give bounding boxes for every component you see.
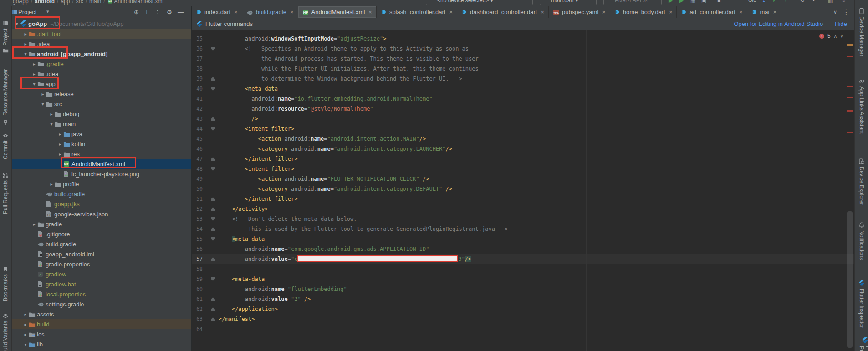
warning-stripe-mark[interactable]	[847, 44, 853, 46]
toolwindow-button-notifications[interactable]: Notifications	[858, 222, 865, 276]
toolwindow-button-build-variants[interactable]: Build Variants	[2, 303, 9, 351]
fold-marker-icon[interactable]	[211, 207, 215, 211]
tree-item-gradle-properties[interactable]: gradle.properties	[12, 259, 191, 269]
toolwindow-button-bookmarks[interactable]: Bookmarks	[2, 256, 9, 301]
line-number[interactable]: 50	[193, 184, 203, 194]
fold-marker-icon[interactable]	[211, 307, 215, 311]
toolwindow-button-resource-manager[interactable]: Resource Manager	[2, 57, 9, 116]
tree-item-gradlew[interactable]: >gradlew	[12, 269, 191, 279]
prev-error-icon[interactable]: ∧	[834, 34, 837, 39]
toolwindow-button-pull-requests[interactable]: Pull Requests	[2, 163, 9, 214]
code-line-63[interactable]: 63</manifest>	[192, 314, 854, 324]
tree-expand-icon[interactable]: ▾	[48, 122, 55, 127]
code-line-57[interactable]: 57 android:value="c3"/>	[192, 254, 854, 264]
code-line-39[interactable]: 39 to determine the Window background be…	[192, 74, 854, 84]
folder-sm-icon[interactable]	[3, 47, 9, 54]
tree-item-local-properties[interactable]: local.properties	[12, 289, 191, 299]
tab-options-kebab-icon[interactable]: ⋮	[842, 8, 850, 16]
code-editor[interactable]: 35 android:windowSoftInputMode="adjustRe…	[192, 30, 854, 351]
editor-scrollbar-thumb[interactable]	[847, 211, 853, 348]
tab-home-body-dart[interactable]: home_body.dart×	[610, 6, 677, 18]
tab-pubspec-yaml[interactable]: YMLpubspec.yaml×	[549, 6, 610, 18]
tree-expand-icon[interactable]: ▸	[22, 41, 29, 46]
tree-item-ic-launcher-playstore-png[interactable]: ic_launcher-playstore.png	[12, 169, 191, 179]
tree-item--gradle[interactable]: ▸.gradle	[12, 59, 191, 69]
close-tab-icon[interactable]: ×	[601, 9, 606, 15]
line-number[interactable]: 35	[193, 34, 203, 44]
close-tab-icon[interactable]: ×	[540, 9, 544, 15]
tree-expand-icon[interactable]: ▸	[57, 132, 63, 137]
toolwindow-button-commit[interactable]: Commit	[2, 127, 9, 159]
line-number[interactable]: 64	[193, 324, 203, 334]
code-line-59[interactable]: 59 <meta-data	[192, 274, 854, 284]
error-stripe[interactable]	[846, 30, 854, 351]
tab-ad-controller-dart[interactable]: ad_controller.dart×	[677, 6, 747, 18]
device-mirror-icon[interactable]: ▥	[828, 0, 833, 4]
code-line-58[interactable]: 58	[192, 264, 854, 274]
fold-marker-icon[interactable]	[211, 47, 215, 51]
expand-all-icon[interactable]: ⌶	[145, 9, 148, 15]
collapse-all-icon[interactable]: ÷	[156, 9, 159, 15]
next-error-icon[interactable]: ∨	[840, 34, 843, 39]
locate-file-icon[interactable]: ⊕	[134, 9, 139, 15]
line-number[interactable]: 39	[193, 74, 203, 84]
tree-expand-icon[interactable]: ▾	[40, 102, 46, 107]
tree-expand-icon[interactable]: ▸	[31, 71, 37, 76]
fold-marker-icon[interactable]	[211, 317, 215, 321]
run-button[interactable]: ▶	[669, 0, 673, 4]
tree-expand-icon[interactable]: ▸	[40, 92, 46, 97]
line-number[interactable]: 55	[193, 234, 203, 244]
tree-expand-icon[interactable]: ▸	[57, 142, 63, 147]
breadcrumb-item-main[interactable]: main	[89, 0, 101, 5]
code-line-51[interactable]: 51 </intent-filter>	[192, 194, 854, 204]
close-tab-icon[interactable]: ×	[289, 9, 294, 15]
line-number[interactable]: 52	[193, 204, 203, 214]
line-number[interactable]: 51	[193, 194, 203, 204]
toolwindow-button-device-explorer[interactable]: Device Explorer	[858, 158, 865, 218]
code-line-41[interactable]: 41 android:name="io.flutter.embedding.an…	[192, 94, 854, 104]
line-number[interactable]: 37	[193, 54, 203, 64]
tree-item-ios[interactable]: ▸ios	[12, 329, 191, 339]
line-number[interactable]: 54	[193, 224, 203, 234]
tree-item-gradle[interactable]: ▸gradle	[12, 219, 191, 229]
line-number[interactable]: 63	[193, 314, 203, 324]
search-everywhere-icon[interactable]: ⌕	[842, 0, 846, 4]
tab-dashboard-controller-dart[interactable]: dashboard_controller.dart×	[457, 6, 549, 18]
tree-expand-icon[interactable]: ▾	[31, 81, 37, 86]
code-line-54[interactable]: 54 This is used by the Flutter tool to g…	[192, 224, 854, 234]
target-device-dropdown[interactable]: Pixel 4 API 34	[603, 0, 662, 5]
tree-item-res[interactable]: ▸res	[12, 149, 191, 159]
breadcrumb-item-src[interactable]: src	[76, 0, 83, 5]
toolwindow-button-flutter-performance[interactable]: Flutter Performance	[858, 337, 868, 351]
close-tab-icon[interactable]: ×	[668, 9, 673, 15]
git-commit-button[interactable]: ✓	[772, 0, 777, 4]
line-number[interactable]: 41	[193, 94, 203, 104]
debug-button[interactable]: ▶	[679, 0, 684, 4]
code-line-62[interactable]: 62 </application>	[192, 304, 854, 314]
code-line-53[interactable]: 53 <!-- Don't delete the meta-data below…	[192, 214, 854, 224]
inspections-widget[interactable]: ! 5 ∧ ∨	[819, 33, 843, 39]
tree-expand-icon[interactable]: ▸	[57, 152, 63, 157]
code-line-44[interactable]: 44 <intent-filter>	[192, 124, 854, 134]
tree-item-google-services-json[interactable]: {}google-services.json	[12, 209, 191, 219]
fold-marker-icon[interactable]	[211, 87, 215, 91]
tree-expand-icon[interactable]: ▸	[22, 312, 29, 317]
fold-marker-icon[interactable]	[211, 257, 215, 261]
tree-expand-icon[interactable]: ▸	[22, 332, 29, 337]
line-number[interactable]: 43	[193, 114, 203, 124]
tab-androidmanifest-xml[interactable]: MFAndroidManifest.xml×	[298, 6, 377, 18]
line-number[interactable]: 59	[193, 274, 203, 284]
code-line-61[interactable]: 61 android:value="2" />	[192, 294, 854, 304]
settings-gear-icon[interactable]: ⚙	[167, 9, 172, 15]
line-number[interactable]: 46	[193, 144, 203, 154]
tree-item-build[interactable]: ▸build	[12, 319, 191, 329]
line-number[interactable]: 57	[193, 254, 203, 264]
tree-item-build-gradle[interactable]: build.gradle	[12, 239, 191, 249]
close-tab-icon[interactable]: ×	[448, 9, 453, 15]
tree-item-gradlew-bat[interactable]: gradlew.bat	[12, 279, 191, 289]
code-line-46[interactable]: 46 <category android:name="android.inten…	[192, 144, 854, 154]
line-number[interactable]: 58	[193, 264, 203, 274]
line-number[interactable]: 44	[193, 124, 203, 134]
tree-item-java[interactable]: ▸java	[12, 129, 191, 139]
tree-item--idea[interactable]: ▸.idea	[12, 39, 191, 49]
